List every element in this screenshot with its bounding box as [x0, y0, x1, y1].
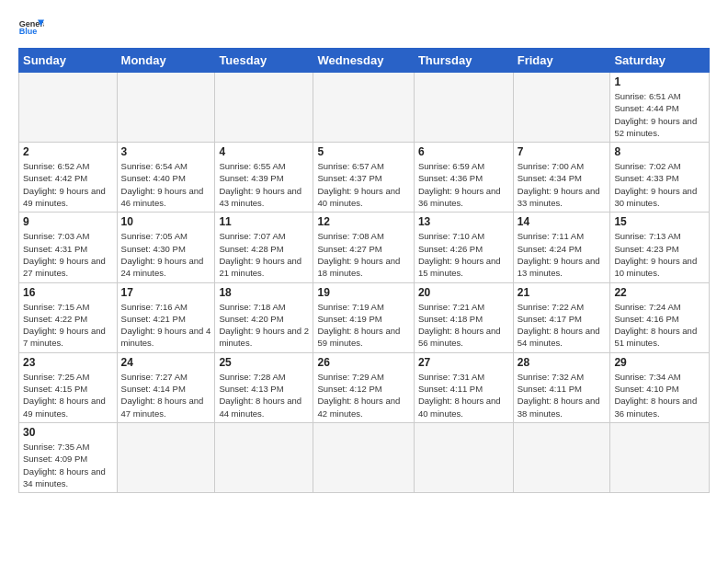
day-number: 4: [219, 145, 309, 158]
day-info: Sunrise: 7:15 AM Sunset: 4:22 PM Dayligh…: [23, 301, 113, 350]
calendar-cell: 5Sunrise: 6:57 AM Sunset: 4:37 PM Daylig…: [313, 143, 414, 213]
calendar-cell: [513, 73, 610, 143]
calendar-cell: 29Sunrise: 7:34 AM Sunset: 4:10 PM Dayli…: [610, 352, 710, 422]
logo-icon: General Blue: [18, 15, 44, 40]
calendar-cell: 13Sunrise: 7:10 AM Sunset: 4:26 PM Dayli…: [414, 213, 513, 282]
calendar-cell: [610, 422, 710, 492]
day-info: Sunrise: 7:05 AM Sunset: 4:30 PM Dayligh…: [121, 230, 211, 279]
calendar-cell: [117, 422, 215, 492]
calendar-week-4: 16Sunrise: 7:15 AM Sunset: 4:22 PM Dayli…: [19, 282, 710, 352]
calendar-cell: 14Sunrise: 7:11 AM Sunset: 4:24 PM Dayli…: [513, 213, 610, 282]
calendar-cell: [215, 73, 313, 143]
calendar-cell: 4Sunrise: 6:55 AM Sunset: 4:39 PM Daylig…: [215, 143, 313, 213]
calendar-cell: 12Sunrise: 7:08 AM Sunset: 4:27 PM Dayli…: [313, 213, 414, 282]
calendar-cell: 16Sunrise: 7:15 AM Sunset: 4:22 PM Dayli…: [19, 282, 118, 352]
calendar-cell: 19Sunrise: 7:19 AM Sunset: 4:19 PM Dayli…: [313, 282, 414, 352]
weekday-header-monday: Monday: [117, 49, 215, 73]
day-info: Sunrise: 7:19 AM Sunset: 4:19 PM Dayligh…: [317, 301, 409, 350]
day-info: Sunrise: 7:21 AM Sunset: 4:18 PM Dayligh…: [418, 301, 509, 350]
day-number: 14: [518, 215, 607, 228]
day-number: 9: [23, 215, 113, 228]
calendar-cell: 26Sunrise: 7:29 AM Sunset: 4:12 PM Dayli…: [313, 352, 414, 422]
day-number: 25: [219, 356, 309, 369]
day-info: Sunrise: 7:34 AM Sunset: 4:10 PM Dayligh…: [614, 371, 705, 419]
weekday-header-row: SundayMondayTuesdayWednesdayThursdayFrid…: [19, 49, 710, 73]
calendar-cell: 3Sunrise: 6:54 AM Sunset: 4:40 PM Daylig…: [117, 143, 215, 213]
day-number: 11: [219, 215, 309, 228]
day-info: Sunrise: 7:16 AM Sunset: 4:21 PM Dayligh…: [121, 301, 211, 350]
calendar-cell: 15Sunrise: 7:13 AM Sunset: 4:23 PM Dayli…: [610, 213, 710, 282]
calendar-cell: 21Sunrise: 7:22 AM Sunset: 4:17 PM Dayli…: [513, 282, 610, 352]
day-info: Sunrise: 7:13 AM Sunset: 4:23 PM Dayligh…: [614, 230, 705, 279]
day-number: 2: [23, 145, 113, 158]
day-number: 3: [121, 145, 211, 158]
day-number: 5: [317, 145, 409, 158]
calendar-cell: 20Sunrise: 7:21 AM Sunset: 4:18 PM Dayli…: [414, 282, 513, 352]
calendar-week-3: 9Sunrise: 7:03 AM Sunset: 4:31 PM Daylig…: [19, 213, 710, 282]
day-number: 18: [219, 286, 309, 299]
day-info: Sunrise: 7:22 AM Sunset: 4:17 PM Dayligh…: [518, 301, 607, 350]
day-number: 10: [121, 215, 211, 228]
calendar-cell: [414, 73, 513, 143]
calendar-cell: 27Sunrise: 7:31 AM Sunset: 4:11 PM Dayli…: [414, 352, 513, 422]
day-info: Sunrise: 7:31 AM Sunset: 4:11 PM Dayligh…: [418, 371, 509, 419]
calendar-table: SundayMondayTuesdayWednesdayThursdayFrid…: [18, 48, 710, 493]
calendar-cell: 8Sunrise: 7:02 AM Sunset: 4:33 PM Daylig…: [610, 143, 710, 213]
header: General Blue: [18, 15, 710, 40]
calendar-cell: 17Sunrise: 7:16 AM Sunset: 4:21 PM Dayli…: [117, 282, 215, 352]
day-info: Sunrise: 7:11 AM Sunset: 4:24 PM Dayligh…: [518, 230, 607, 279]
day-number: 13: [418, 215, 509, 228]
calendar-cell: 18Sunrise: 7:18 AM Sunset: 4:20 PM Dayli…: [215, 282, 313, 352]
weekday-header-sunday: Sunday: [19, 49, 118, 73]
day-number: 15: [614, 215, 705, 228]
calendar-cell: [414, 422, 513, 492]
calendar-cell: [313, 73, 414, 143]
day-number: 19: [317, 286, 409, 299]
weekday-header-tuesday: Tuesday: [215, 49, 313, 73]
day-info: Sunrise: 6:51 AM Sunset: 4:44 PM Dayligh…: [614, 90, 705, 139]
day-info: Sunrise: 7:27 AM Sunset: 4:14 PM Dayligh…: [121, 371, 211, 419]
day-number: 6: [418, 145, 509, 158]
calendar-cell: 11Sunrise: 7:07 AM Sunset: 4:28 PM Dayli…: [215, 213, 313, 282]
day-info: Sunrise: 6:57 AM Sunset: 4:37 PM Dayligh…: [317, 160, 409, 209]
day-info: Sunrise: 7:18 AM Sunset: 4:20 PM Dayligh…: [219, 301, 309, 350]
day-number: 22: [614, 286, 705, 299]
day-info: Sunrise: 7:28 AM Sunset: 4:13 PM Dayligh…: [219, 371, 309, 419]
day-number: 23: [23, 356, 113, 369]
calendar-cell: 30Sunrise: 7:35 AM Sunset: 4:09 PM Dayli…: [19, 422, 118, 492]
day-info: Sunrise: 6:54 AM Sunset: 4:40 PM Dayligh…: [121, 160, 211, 209]
calendar-cell: 6Sunrise: 6:59 AM Sunset: 4:36 PM Daylig…: [414, 143, 513, 213]
calendar-cell: 25Sunrise: 7:28 AM Sunset: 4:13 PM Dayli…: [215, 352, 313, 422]
day-number: 12: [317, 215, 409, 228]
calendar-cell: [513, 422, 610, 492]
calendar-week-1: 1Sunrise: 6:51 AM Sunset: 4:44 PM Daylig…: [19, 73, 710, 143]
day-number: 1: [614, 75, 705, 88]
day-info: Sunrise: 6:55 AM Sunset: 4:39 PM Dayligh…: [219, 160, 309, 209]
day-number: 29: [614, 356, 705, 369]
calendar-cell: [313, 422, 414, 492]
day-info: Sunrise: 7:29 AM Sunset: 4:12 PM Dayligh…: [317, 371, 409, 419]
calendar-cell: 2Sunrise: 6:52 AM Sunset: 4:42 PM Daylig…: [19, 143, 118, 213]
day-info: Sunrise: 7:08 AM Sunset: 4:27 PM Dayligh…: [317, 230, 409, 279]
calendar-cell: 10Sunrise: 7:05 AM Sunset: 4:30 PM Dayli…: [117, 213, 215, 282]
weekday-header-friday: Friday: [513, 49, 610, 73]
weekday-header-thursday: Thursday: [414, 49, 513, 73]
day-number: 28: [518, 356, 607, 369]
calendar-cell: 7Sunrise: 7:00 AM Sunset: 4:34 PM Daylig…: [513, 143, 610, 213]
calendar-cell: 28Sunrise: 7:32 AM Sunset: 4:11 PM Dayli…: [513, 352, 610, 422]
day-info: Sunrise: 7:10 AM Sunset: 4:26 PM Dayligh…: [418, 230, 509, 279]
day-number: 20: [418, 286, 509, 299]
calendar-week-6: 30Sunrise: 7:35 AM Sunset: 4:09 PM Dayli…: [19, 422, 710, 492]
day-number: 27: [418, 356, 509, 369]
logo: General Blue: [18, 15, 44, 40]
day-number: 17: [121, 286, 211, 299]
calendar-cell: 9Sunrise: 7:03 AM Sunset: 4:31 PM Daylig…: [19, 213, 118, 282]
weekday-header-wednesday: Wednesday: [313, 49, 414, 73]
calendar-cell: [19, 73, 118, 143]
day-number: 7: [518, 145, 607, 158]
calendar-cell: [117, 73, 215, 143]
day-number: 8: [614, 145, 705, 158]
calendar-week-5: 23Sunrise: 7:25 AM Sunset: 4:15 PM Dayli…: [19, 352, 710, 422]
day-info: Sunrise: 7:02 AM Sunset: 4:33 PM Dayligh…: [614, 160, 705, 209]
day-number: 24: [121, 356, 211, 369]
